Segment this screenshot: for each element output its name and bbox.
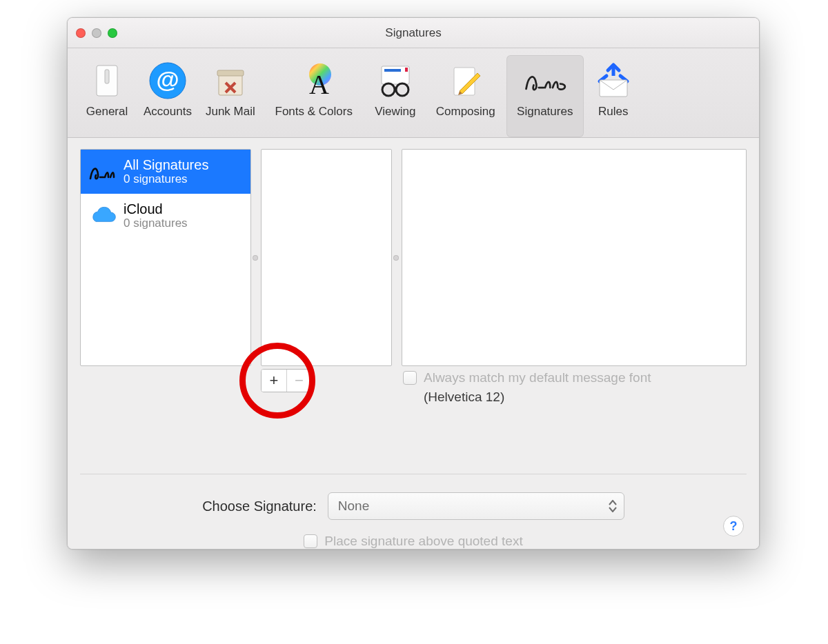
trash-icon xyxy=(208,58,253,103)
glasses-icon xyxy=(373,58,418,103)
tab-signatures[interactable]: Signatures xyxy=(506,55,584,137)
tab-rules[interactable]: Rules xyxy=(584,55,643,137)
tab-label: Rules xyxy=(598,105,628,119)
help-icon: ? xyxy=(730,519,738,534)
signature-list-pane[interactable] xyxy=(261,149,392,366)
tab-label: Fonts & Colors xyxy=(275,105,353,119)
tab-label: Signatures xyxy=(517,105,573,119)
svg-rect-1 xyxy=(105,70,109,83)
updown-icon xyxy=(609,500,617,512)
switch-icon xyxy=(84,58,130,103)
zoom-window-button[interactable] xyxy=(108,28,117,38)
choose-signature-value: None xyxy=(338,499,369,514)
svg-text:@: @ xyxy=(156,66,179,92)
remove-signature-button[interactable]: − xyxy=(286,370,311,392)
fonts-colors-icon: A xyxy=(291,58,337,103)
account-item-icloud[interactable]: iCloud 0 signatures xyxy=(81,194,250,238)
match-font-checkbox[interactable] xyxy=(403,371,417,385)
at-sign-icon: @ xyxy=(145,58,190,103)
svg-rect-12 xyxy=(384,69,401,72)
window-title: Signatures xyxy=(385,26,441,40)
icloud-icon xyxy=(88,201,118,231)
account-count: 0 signatures xyxy=(124,217,188,230)
help-button[interactable]: ? xyxy=(723,516,744,536)
account-name: All Signatures xyxy=(124,157,208,172)
tab-accounts[interactable]: @ Accounts xyxy=(137,55,199,137)
tab-junk-mail[interactable]: Junk Mail xyxy=(199,55,262,137)
signature-icon xyxy=(88,157,118,187)
svg-rect-6 xyxy=(217,70,244,76)
svg-point-15 xyxy=(396,83,408,96)
svg-rect-5 xyxy=(219,74,242,95)
below-panes: + − Always match my default message font… xyxy=(80,373,747,423)
compose-icon xyxy=(443,58,489,103)
minimize-window-button[interactable] xyxy=(92,28,101,38)
choose-signature-label: Choose Signature: xyxy=(202,499,317,514)
close-window-button[interactable] xyxy=(76,28,86,38)
tab-label: Composing xyxy=(436,105,495,119)
account-count: 0 signatures xyxy=(124,172,208,186)
svg-point-14 xyxy=(382,83,395,96)
tab-fonts-colors[interactable]: A Fonts & Colors xyxy=(262,55,366,137)
tab-composing[interactable]: Composing xyxy=(425,55,506,137)
window-controls xyxy=(76,18,117,48)
tab-viewing[interactable]: Viewing xyxy=(366,55,425,137)
rules-icon xyxy=(591,58,636,103)
svg-text:A: A xyxy=(309,69,329,100)
choose-signature-select[interactable]: None xyxy=(328,492,624,520)
signatures-content: All Signatures 0 signatures iCloud 0 xyxy=(68,138,759,549)
account-item-all-signatures[interactable]: All Signatures 0 signatures xyxy=(81,150,250,194)
place-above-checkbox[interactable] xyxy=(304,534,317,548)
divider xyxy=(80,474,747,474)
preferences-window: Signatures General @ xyxy=(67,17,760,550)
preferences-toolbar: General @ Accounts xyxy=(68,48,759,138)
tab-label: Junk Mail xyxy=(206,105,255,119)
add-remove-group: + − xyxy=(261,369,312,392)
choose-signature-row: Choose Signature: None xyxy=(80,492,747,520)
match-font-group: Always match my default message font (He… xyxy=(403,370,744,405)
titlebar: Signatures xyxy=(68,18,759,48)
match-font-label: Always match my default message font xyxy=(424,370,651,385)
tab-label: General xyxy=(86,105,128,119)
signature-icon xyxy=(522,58,568,103)
svg-rect-13 xyxy=(405,68,408,72)
match-font-note: (Helvetica 12) xyxy=(424,390,744,405)
place-above-label: Place signature above quoted text xyxy=(324,534,522,549)
tab-label: Accounts xyxy=(144,105,192,119)
add-signature-button[interactable]: + xyxy=(262,370,286,392)
place-above-row: Place signature above quoted text xyxy=(80,534,747,549)
account-name: iCloud xyxy=(124,201,188,217)
signature-preview-pane[interactable] xyxy=(402,149,747,366)
accounts-pane[interactable]: All Signatures 0 signatures iCloud 0 xyxy=(80,149,251,366)
tab-label: Viewing xyxy=(375,105,415,119)
tab-general[interactable]: General xyxy=(77,55,137,137)
panes-row: All Signatures 0 signatures iCloud 0 xyxy=(80,149,747,366)
